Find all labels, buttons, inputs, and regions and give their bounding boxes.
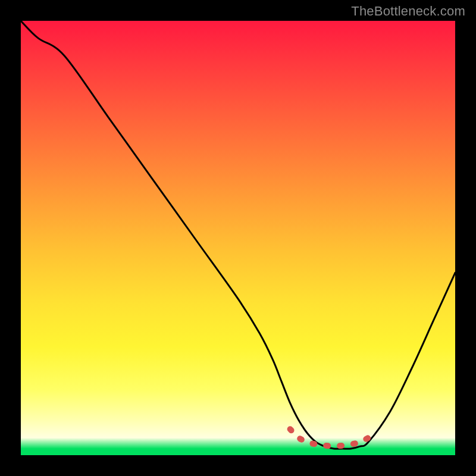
optimal-zone-highlight	[290, 429, 368, 446]
bottleneck-curve	[21, 21, 455, 449]
chart-frame: TheBottleneck.com	[0, 0, 476, 476]
watermark-text: TheBottleneck.com	[351, 4, 465, 19]
curve-layer	[21, 21, 455, 455]
plot-area	[21, 21, 455, 455]
